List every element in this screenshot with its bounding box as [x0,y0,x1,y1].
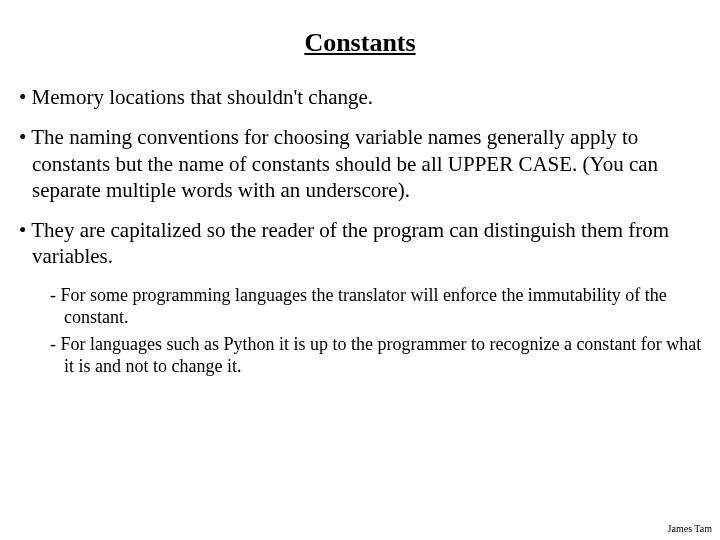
sub-bullet-list: For some programming languages the trans… [48,284,702,378]
bullet-item: They are capitalized so the reader of th… [18,217,702,270]
bullet-item: Memory locations that shouldn't change. [18,84,702,110]
sub-bullet-item: For some programming languages the trans… [48,284,702,329]
footer-author: James Tam [668,523,712,534]
sub-bullet-item: For languages such as Python it is up to… [48,333,702,378]
main-bullet-list: Memory locations that shouldn't change. … [18,84,702,270]
slide-title: Constants [18,28,702,58]
bullet-item: The naming conventions for choosing vari… [18,124,702,203]
